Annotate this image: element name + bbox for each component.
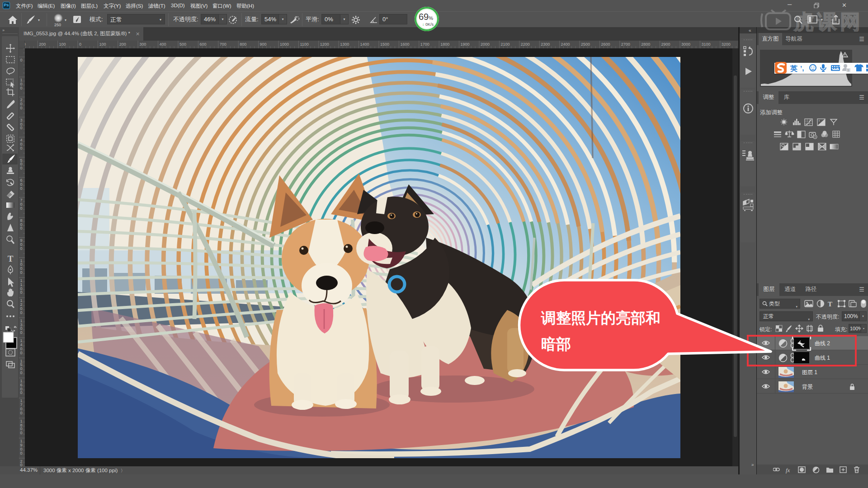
svg-text:S: S [847,69,849,72]
svg-text:0: 0 [20,166,23,170]
svg-text:0: 0 [20,126,23,130]
svg-text:0: 0 [20,58,23,62]
svg-text:2300: 2300 [541,42,550,47]
svg-text:0: 0 [20,226,23,230]
svg-text:0: 0 [20,310,23,315]
svg-text:700: 700 [220,42,226,47]
svg-text:300: 300 [25,42,26,47]
svg-text:↓: ↓ [422,22,425,27]
svg-text:0: 0 [20,330,23,335]
svg-text:0: 0 [20,431,23,435]
svg-text:200: 200 [119,42,126,47]
svg-text:2000: 2000 [481,42,490,47]
svg-text:800: 800 [240,42,246,47]
svg-text:0: 0 [20,463,23,466]
svg-text:0: 0 [20,206,23,211]
svg-text:英: 英 [790,65,797,72]
svg-text:0: 0 [20,106,23,110]
svg-text:1900: 1900 [461,42,470,47]
svg-text:0: 0 [20,351,23,355]
svg-text:3200: 3200 [722,42,731,47]
svg-text:2500: 2500 [581,42,590,47]
svg-text:1500: 1500 [380,42,389,47]
svg-text:0: 0 [20,290,23,295]
svg-text:2900: 2900 [661,42,670,47]
svg-text:400: 400 [160,42,166,47]
svg-text:0: 0 [20,86,23,90]
svg-text:3100: 3100 [701,42,710,47]
svg-text:T: T [828,300,832,308]
svg-text:1100: 1100 [300,42,308,47]
svg-text:1700: 1700 [420,42,429,47]
svg-text:1200: 1200 [320,42,329,47]
svg-text:2200: 2200 [521,42,530,47]
svg-text:+: + [818,119,820,122]
svg-text:3000: 3000 [681,42,690,47]
svg-text:0: 0 [20,371,23,375]
svg-text:0: 0 [20,411,23,415]
svg-text:100: 100 [99,42,106,47]
svg-text:0: 0 [20,246,23,251]
svg-text:1000: 1000 [280,42,289,47]
svg-text:0: 0 [20,451,23,455]
svg-text:1800: 1800 [440,42,449,47]
svg-text:500: 500 [179,42,186,47]
svg-text:1300: 1300 [340,42,349,47]
svg-text:0: 0 [20,390,23,395]
svg-text:2100: 2100 [500,42,509,47]
svg-text:300: 300 [139,42,146,47]
svg-text:0: 0 [20,186,23,191]
svg-text:900: 900 [260,42,267,47]
svg-text:200: 200 [39,42,46,47]
svg-text:1400: 1400 [360,42,369,47]
svg-text:600: 600 [199,42,206,47]
svg-text:’,: ’, [800,64,804,72]
svg-text:0: 0 [79,42,81,47]
svg-text:虎课网: 虎课网 [793,10,863,32]
svg-text:T: T [8,254,14,263]
svg-text:0: 0 [20,270,23,275]
svg-text:2600: 2600 [601,42,610,47]
svg-text:100: 100 [59,42,66,47]
svg-text:2800: 2800 [641,42,650,47]
svg-text:2700: 2700 [621,42,630,47]
svg-text:0: 0 [20,146,23,150]
svg-text:1600: 1600 [400,42,409,47]
svg-text:fx: fx [786,467,790,474]
svg-text:2400: 2400 [561,42,570,47]
svg-text:0K/s: 0K/s [425,22,434,27]
